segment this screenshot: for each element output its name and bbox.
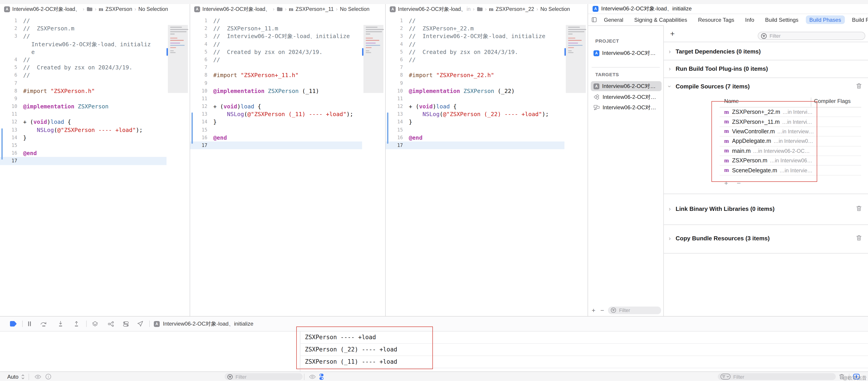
tab-general[interactable]: General xyxy=(600,15,627,24)
compile-sources-toolbar: + − xyxy=(724,179,749,187)
code-editor[interactable]: 1//2// ZSXPerson.m3//Interview06-2-OC对象-… xyxy=(0,14,190,316)
variables-filter-field[interactable] xyxy=(225,373,303,380)
breadcrumb-project[interactable]: Interview06-2-OC对象-load、 xyxy=(203,6,271,12)
phases-filter-input[interactable] xyxy=(769,33,862,39)
view-hierarchy-icon[interactable] xyxy=(92,321,98,327)
breadcrumb-file[interactable]: ZSXPerson xyxy=(105,6,132,12)
code-text: @end xyxy=(213,134,227,141)
breakpoints-toggle-icon[interactable] xyxy=(10,321,17,326)
chevron-right-icon[interactable]: › xyxy=(664,235,676,242)
tab-signing-capabilities[interactable]: Signing & Capabilities xyxy=(630,15,691,24)
line-number: 9 xyxy=(386,79,409,87)
delete-phase-icon[interactable] xyxy=(856,235,862,241)
table-row[interactable]: mZSXPerson+_22.m…in Intervi… xyxy=(720,107,861,117)
minimap[interactable] xyxy=(362,24,385,316)
delete-phase-icon[interactable] xyxy=(856,83,862,89)
minimap-line xyxy=(568,29,586,30)
table-row[interactable]: mZSXPerson+_11.m…in Intervi… xyxy=(720,117,861,127)
table-row[interactable]: mZSXPerson.m…in Interview06… xyxy=(720,156,861,166)
project-app-icon[interactable]: A xyxy=(4,6,10,12)
table-row[interactable]: mViewController.m…in Interview… xyxy=(720,127,861,137)
breadcrumb-selection[interactable]: No Selection xyxy=(340,6,369,12)
targets-filter-field[interactable] xyxy=(608,306,661,314)
minimap-line xyxy=(170,27,182,28)
chevron-down-icon[interactable]: › xyxy=(666,81,673,92)
add-file-button[interactable]: + xyxy=(724,179,728,187)
step-out-icon[interactable] xyxy=(72,321,80,327)
chevron-right-icon[interactable]: › xyxy=(664,65,676,72)
console-output[interactable]: ZSXPerson ---- +loadZSXPerson (_22) ----… xyxy=(300,331,868,368)
remove-file-button[interactable]: − xyxy=(737,179,741,187)
sidebar-item-target-uitests[interactable]: Interview06-2-OC对… xyxy=(591,102,661,113)
sidebar-item-label: Interview06-2-OC对… xyxy=(602,49,661,57)
project-app-icon[interactable]: A xyxy=(194,6,200,12)
eye-icon[interactable] xyxy=(309,374,316,379)
remove-target-button[interactable]: − xyxy=(600,307,604,313)
console-filter-field[interactable] xyxy=(718,373,836,380)
breadcrumb-selection[interactable]: No Selection xyxy=(138,6,168,12)
phase-copy-bundle-resources[interactable]: › Copy Bundle Resources (3 items) xyxy=(664,233,868,243)
folder-icon[interactable] xyxy=(477,7,483,11)
phase-run-build-tool-plugins[interactable]: › Run Build Tool Plug-ins (0 items) xyxy=(664,64,868,73)
code-editor[interactable]: 1//2// ZSXPerson+_11.m3// Interview06-2-… xyxy=(190,14,385,316)
variables-scope-dropdown[interactable]: Auto xyxy=(7,374,19,380)
phase-link-binary[interactable]: › Link Binary With Libraries (0 items) xyxy=(664,204,868,214)
pause-execution-icon[interactable] xyxy=(27,321,32,326)
objc-file-icon: m xyxy=(489,6,493,12)
breadcrumb-file[interactable]: ZSXPerson+_11 xyxy=(296,6,334,12)
code-line: 5// Created by zsx on 2024/3/19. xyxy=(190,48,362,56)
console-toggles-icon[interactable] xyxy=(319,373,324,380)
code-editor[interactable]: 1//2// ZSXPerson+_22.m3// Interview06-2-… xyxy=(386,14,588,316)
simulate-location-icon[interactable] xyxy=(137,321,144,327)
project-app-icon[interactable]: A xyxy=(390,6,396,12)
sidebar-item-project[interactable]: A Interview06-2-OC对… xyxy=(591,48,661,58)
app-glyph: A xyxy=(595,51,598,55)
tab-build-settings[interactable]: Build Settings xyxy=(762,15,802,24)
delete-phase-icon[interactable] xyxy=(856,205,862,211)
memory-graph-icon[interactable] xyxy=(107,321,114,327)
tab-info[interactable]: Info xyxy=(742,15,758,24)
phase-target-dependencies[interactable]: › Target Dependencies (0 items) xyxy=(664,47,868,56)
info-icon[interactable] xyxy=(45,374,51,380)
targets-filter-input[interactable] xyxy=(618,307,658,313)
file-name: SceneDelegate.m xyxy=(732,167,777,173)
code-text: // xyxy=(23,32,30,40)
breadcrumb-project[interactable]: Interview06-2-OC对象-load、 xyxy=(398,6,466,12)
file-location: …in Intervie… xyxy=(779,167,813,173)
folder-icon[interactable] xyxy=(87,7,93,11)
divider xyxy=(86,321,87,327)
minimap[interactable] xyxy=(166,24,189,316)
tab-resource-tags[interactable]: Resource Tags xyxy=(694,15,738,24)
breadcrumb-file[interactable]: ZSXPerson+_22 xyxy=(496,6,534,12)
add-build-phase-button[interactable]: + xyxy=(670,30,675,38)
related-items-icon[interactable] xyxy=(592,17,597,22)
chevron-right-icon[interactable]: › xyxy=(664,48,676,55)
console-filter-input[interactable] xyxy=(732,374,833,380)
sidebar-item-target-tests[interactable]: Interview06-2-OC对… xyxy=(591,92,661,102)
chevron-right-icon[interactable]: › xyxy=(664,205,676,212)
variables-filter-input[interactable] xyxy=(235,374,300,380)
minimap[interactable] xyxy=(564,24,587,316)
table-row[interactable]: mAppDelegate.m…in Interview0… xyxy=(720,136,861,146)
breadcrumb-selection[interactable]: No Selection xyxy=(540,6,570,12)
phase-compile-sources[interactable]: › Compile Sources (7 items) xyxy=(664,82,868,91)
breadcrumb-project[interactable]: Interview06-2-OC对象-load、 xyxy=(12,6,80,12)
chevron-right-icon: › xyxy=(134,6,136,12)
code-text: NSLog(@"ZSXPerson (_22) ---- +load"); xyxy=(409,110,549,118)
tab-build-rules[interactable]: Build Rules xyxy=(848,15,868,24)
table-row[interactable]: mmain.m…in Interview06-2-OC… xyxy=(720,146,861,156)
phases-filter-field[interactable] xyxy=(758,32,865,40)
sidebar-item-target-app[interactable]: A Interview06-2-OC对… xyxy=(591,81,661,91)
step-into-icon[interactable] xyxy=(57,321,64,327)
folder-icon[interactable] xyxy=(277,7,283,11)
eye-icon[interactable] xyxy=(34,374,41,379)
code-text: // xyxy=(23,56,30,63)
targets-sidebar-toolbar: + − xyxy=(592,306,661,314)
code-line: 17 xyxy=(190,141,362,149)
tab-build-phases[interactable]: Build Phases xyxy=(806,15,845,24)
step-over-icon[interactable] xyxy=(40,321,48,327)
line-number: 1 xyxy=(190,17,213,25)
add-target-button[interactable]: + xyxy=(592,307,595,313)
environment-overrides-icon[interactable] xyxy=(123,321,129,327)
table-row[interactable]: mSceneDelegate.m…in Intervie… xyxy=(720,166,861,175)
